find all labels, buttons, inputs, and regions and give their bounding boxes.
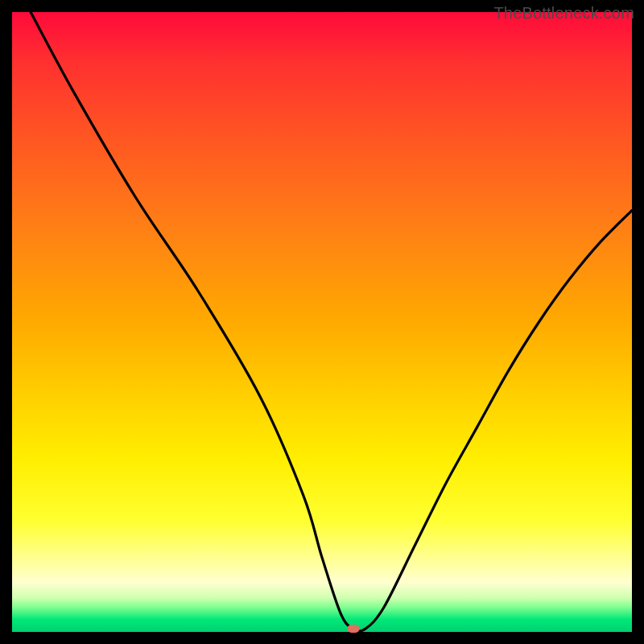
curve-svg — [12, 12, 632, 632]
plot-area — [12, 12, 632, 632]
chart-container: TheBottleneck.com — [0, 0, 644, 644]
optimum-marker — [347, 625, 359, 633]
watermark-text: TheBottleneck.com — [493, 4, 634, 23]
bottleneck-curve — [31, 12, 632, 631]
